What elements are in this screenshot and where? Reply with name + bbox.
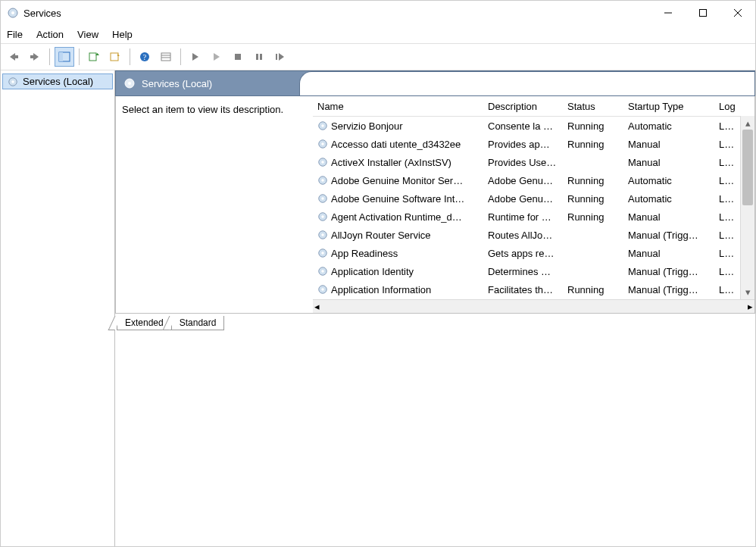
service-description: Consente la … [483, 120, 563, 132]
title-bar: Services [1, 1, 755, 25]
gear-icon [317, 175, 328, 186]
close-button[interactable] [720, 1, 755, 25]
panel-header: Services (Local) [115, 70, 755, 96]
service-name: ActiveX Installer (AxInstSV) [331, 157, 451, 168]
tab-standard[interactable]: Standard [171, 316, 225, 330]
scroll-up-icon[interactable]: ▴ [741, 116, 754, 130]
service-row[interactable]: Servizio BonjourConsente la …RunningAuto… [313, 117, 754, 135]
service-row[interactable]: Adobe Genuine Monitor Ser…Adobe Genu…Run… [313, 171, 754, 189]
back-button[interactable] [4, 47, 23, 67]
service-logon: Loc [714, 139, 737, 150]
service-name: Agent Activation Runtime_d… [331, 211, 462, 223]
service-row[interactable]: Application IdentityDetermines …Manual (… [313, 262, 754, 280]
horizontal-scrollbar[interactable]: ◂ ▸ [313, 299, 754, 313]
svg-rect-6 [14, 55, 18, 58]
view-tabs: Extended Standard [115, 314, 755, 330]
service-logon: Loc [714, 211, 737, 223]
gear-icon [123, 77, 136, 89]
service-row[interactable]: Adobe Genuine Software Int…Adobe Genu…Ru… [313, 189, 754, 208]
svg-point-26 [321, 124, 324, 127]
scroll-thumb[interactable] [742, 130, 753, 205]
menu-help[interactable]: Help [112, 29, 133, 40]
pause-service-button[interactable] [249, 47, 269, 67]
description-pane: Select an item to view its description. [116, 96, 313, 313]
service-description: Adobe Genu… [483, 193, 563, 205]
export-list-button[interactable] [84, 47, 104, 67]
service-row[interactable]: App ReadinessGets apps re…ManualLoc [313, 244, 754, 262]
svg-point-40 [321, 252, 324, 255]
svg-rect-19 [260, 54, 262, 60]
service-row[interactable]: Agent Activation Runtime_d…Runtime for …… [313, 208, 754, 226]
service-name: Adobe Genuine Software Int… [331, 193, 464, 205]
panel-header-title: Services (Local) [142, 78, 212, 89]
toolbar: ? [1, 43, 755, 70]
service-name: Adobe Genuine Monitor Ser… [331, 175, 463, 186]
gear-icon [317, 139, 328, 149]
svg-point-42 [321, 270, 324, 273]
service-startup: Manual [623, 211, 714, 223]
restart-service-button[interactable] [270, 47, 290, 67]
service-description: Facilitates th… [483, 284, 563, 295]
scroll-right-icon[interactable]: ▸ [748, 301, 753, 312]
service-status: Running [563, 139, 623, 150]
svg-point-22 [11, 80, 14, 83]
maximize-button[interactable] [686, 1, 720, 25]
gear-icon [317, 230, 328, 240]
menu-view[interactable]: View [77, 29, 98, 40]
start-service-button[interactable] [186, 47, 205, 67]
service-row[interactable]: Accesso dati utente_d3432eeProvides ap…R… [313, 135, 754, 153]
forward-button[interactable] [25, 47, 45, 67]
column-headers: Name Description Status Startup Type Log [313, 96, 754, 117]
gear-icon [317, 248, 328, 258]
service-name: App Readiness [331, 248, 398, 259]
service-startup: Manual [623, 139, 714, 150]
svg-rect-3 [700, 10, 707, 17]
service-startup: Automatic [623, 193, 714, 205]
service-description: Provides Use… [483, 157, 563, 168]
svg-rect-14 [161, 53, 170, 61]
col-startup[interactable]: Startup Type [623, 96, 714, 116]
col-name[interactable]: Name [313, 96, 483, 116]
help-button[interactable]: ? [135, 47, 155, 67]
service-row[interactable]: AllJoyn Router ServiceRoutes AllJo…Manua… [313, 226, 754, 244]
svg-point-30 [321, 161, 324, 164]
services-window: Services File Action View Help ? [0, 0, 756, 547]
svg-rect-7 [30, 55, 34, 58]
service-startup: Automatic [623, 120, 714, 132]
col-description[interactable]: Description [483, 96, 563, 116]
menu-action[interactable]: Action [36, 29, 64, 40]
col-logon[interactable]: Log [714, 96, 737, 116]
service-startup: Automatic [623, 175, 714, 186]
tree-root-services-local[interactable]: Services (Local) [2, 73, 113, 89]
svg-point-32 [321, 179, 324, 182]
svg-rect-11 [111, 53, 118, 61]
service-description: Routes AllJo… [483, 230, 563, 241]
stop-service-button[interactable] [228, 47, 248, 67]
service-status: Running [563, 284, 623, 295]
vertical-scrollbar[interactable]: ▴ ▾ [740, 116, 754, 299]
properties-button[interactable] [105, 47, 125, 67]
service-description: Provides ap… [483, 139, 563, 150]
gear-icon [8, 77, 18, 87]
service-row[interactable]: Application InformationFacilitates th…Ru… [313, 280, 754, 299]
service-logon: Loc [714, 284, 737, 295]
svg-rect-17 [235, 54, 241, 60]
svg-rect-18 [256, 54, 258, 60]
service-startup: Manual [623, 248, 714, 259]
service-row[interactable]: ActiveX Installer (AxInstSV)Provides Use… [313, 153, 754, 171]
show-hide-tree-button[interactable] [55, 47, 74, 67]
service-logon: Loc [714, 120, 737, 132]
refresh-button[interactable] [156, 47, 176, 67]
minimize-button[interactable] [651, 1, 686, 25]
start-service-alt-button[interactable] [207, 47, 226, 67]
menu-file[interactable]: File [7, 29, 23, 40]
col-status[interactable]: Status [563, 96, 623, 116]
scroll-down-icon[interactable]: ▾ [741, 286, 754, 299]
service-name: Servizio Bonjour [331, 120, 403, 132]
gear-icon [317, 266, 328, 277]
gear-icon [317, 211, 328, 222]
service-logon: Loc [714, 266, 737, 277]
service-description: Runtime for … [483, 211, 563, 223]
service-name: Accesso dati utente_d3432ee [331, 139, 461, 150]
scroll-left-icon[interactable]: ◂ [314, 301, 320, 312]
